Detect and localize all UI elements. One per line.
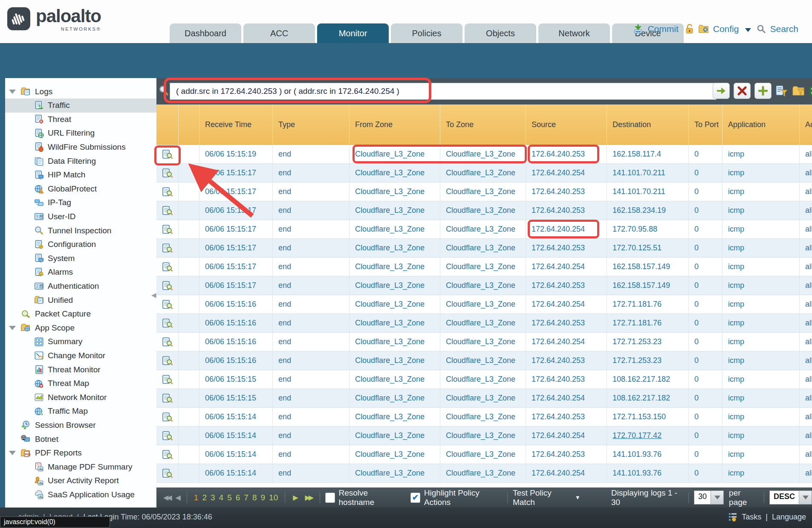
cell-to-zone[interactable]: Cloudflare_L3_Zone [440,445,526,464]
page-number-10[interactable]: 10 [269,493,278,502]
cell-receive-time[interactable]: 06/06 15:15:17 [199,239,273,258]
sidebar-item-threat-monitor[interactable]: Threat Monitor [5,363,156,377]
cell-type[interactable]: end [273,408,350,426]
cell-action[interactable]: allow [800,314,812,333]
unlock-icon[interactable] [685,24,694,34]
cell-to-port[interactable]: 0 [689,389,722,408]
cell-to-zone[interactable]: Cloudflare_L3_Zone [440,239,526,258]
cell-action[interactable]: allow [800,426,812,445]
cell-to-port[interactable]: 0 [689,408,722,426]
cell-destination[interactable]: 141.101.93.76 [607,464,689,483]
log-detail-button[interactable] [156,370,179,389]
cell-type[interactable]: end [273,314,350,333]
cell-source[interactable]: 172.64.240.253 [526,183,607,201]
last-page-button[interactable]: ▶▶ [305,493,312,502]
cell-source[interactable]: 172.64.240.254 [526,333,607,351]
tab-objects[interactable]: Objects [465,23,536,43]
sidebar-item-summary[interactable]: Summary [5,335,156,349]
config-caret-icon[interactable] [745,28,751,32]
first-page-button[interactable]: ◀◀ [163,493,170,502]
cell-type[interactable]: end [273,351,350,370]
tab-acc[interactable]: ACC [243,23,315,43]
highlight-policy-checkbox[interactable]: ✔ [410,493,420,503]
cell-source[interactable]: 172.64.240.254 [526,426,607,445]
cell-to-port[interactable]: 0 [689,464,722,483]
log-detail-button[interactable] [156,351,179,370]
cell-source[interactable]: 172.64.240.253 [526,145,607,164]
add-filter-button[interactable] [754,83,772,99]
cell-destination[interactable]: 172.71.181.76 [607,314,689,333]
cell-action[interactable]: allow [800,351,812,370]
cell-to-port[interactable]: 0 [689,351,722,370]
cell-receive-time[interactable]: 06/06 15:15:17 [199,276,273,295]
cell-type[interactable]: end [273,370,350,389]
cell-destination[interactable]: 141.101.70.211 [607,183,689,201]
cell-type[interactable]: end [273,258,350,276]
cell-from-zone[interactable]: Cloudflare_L3_Zone [350,426,440,445]
sidebar-item-threat[interactable]: Threat [5,112,156,126]
log-detail-button[interactable] [156,426,179,445]
cell-from-zone[interactable]: Cloudflare_L3_Zone [350,220,440,239]
log-detail-button[interactable] [156,145,179,164]
filter-query-input[interactable]: ( addr.src in 172.64.240.253 ) or ( addr… [170,83,717,100]
column-header-destination[interactable]: Destination [607,104,689,145]
cell-source[interactable]: 172.64.240.253 [526,445,607,464]
cell-receive-time[interactable]: 06/06 15:15:15 [199,389,273,408]
column-header-action[interactable]: Action [800,104,812,145]
filter-builder-button[interactable] [775,84,788,98]
cell-from-zone[interactable]: Cloudflare_L3_Zone [350,408,440,426]
tab-dashboard[interactable]: Dashboard [170,23,241,43]
sidebar-item-configuration[interactable]: Configuration [5,238,156,252]
cell-type[interactable]: end [273,295,350,314]
cell-destination[interactable]: 108.162.217.182 [607,370,689,389]
cell-to-zone[interactable]: Cloudflare_L3_Zone [440,351,526,370]
log-detail-button[interactable] [156,408,179,426]
column-header-receive-time[interactable]: Receive Time [199,104,273,145]
cell-to-port[interactable]: 0 [689,239,722,258]
cell-to-zone[interactable]: Cloudflare_L3_Zone [440,276,526,295]
cell-destination[interactable]: 141.101.93.76 [607,445,689,464]
sidebar-item-traffic[interactable]: Traffic [5,99,156,113]
cell-to-port[interactable]: 0 [689,145,722,164]
cell-receive-time[interactable]: 06/06 15:15:14 [199,445,273,464]
log-detail-button[interactable] [156,164,179,183]
sort-order-select[interactable]: DESC [769,490,812,505]
sidebar-item-alarms[interactable]: Alarms [5,265,156,279]
cell-from-zone[interactable]: Cloudflare_L3_Zone [350,351,440,370]
cell-to-port[interactable]: 0 [689,201,722,220]
tree-expander-icon[interactable] [9,451,16,455]
cell-action[interactable]: allow [800,408,812,426]
cell-application[interactable]: icmp [722,239,800,258]
cell-receive-time[interactable]: 06/06 15:15:16 [199,295,273,314]
test-policy-caret-icon[interactable]: ▼ [575,494,581,501]
page-number-9[interactable]: 9 [260,493,265,502]
cell-receive-time[interactable]: 06/06 15:15:17 [199,258,273,276]
cell-action[interactable]: allow [800,276,812,295]
cell-destination[interactable]: 172.70.177.42 [607,426,689,445]
cell-action[interactable]: allow [800,164,812,183]
cell-destination[interactable]: 162.158.157.149 [607,258,689,276]
cell-application[interactable]: icmp [722,258,800,276]
per-page-select[interactable]: 30 [694,490,724,505]
cell-type[interactable]: end [273,333,350,351]
sidebar-item-hip-match[interactable]: HIP Match [5,168,156,182]
apply-filter-button[interactable] [713,83,730,99]
cell-action[interactable]: allow [800,464,812,483]
log-detail-button[interactable] [156,220,179,239]
tree-expander-icon[interactable] [9,326,16,330]
config-menu[interactable]: Config [713,24,739,34]
cell-action[interactable]: allow [800,370,812,389]
cell-to-zone[interactable]: Cloudflare_L3_Zone [440,408,526,426]
cell-destination[interactable]: 162.158.157.149 [607,276,689,295]
cell-application[interactable]: icmp [722,295,800,314]
cell-action[interactable]: allow [800,183,812,201]
cell-action[interactable]: allow [800,239,812,258]
cell-source[interactable]: 172.64.240.253 [526,276,607,295]
cell-type[interactable]: end [273,426,350,445]
page-number-6[interactable]: 6 [236,493,240,502]
cell-receive-time[interactable]: 06/06 15:15:16 [199,314,273,333]
sidebar-item-user-activity-report[interactable]: User Activity Report [5,474,156,488]
log-detail-button[interactable] [156,276,179,295]
cell-to-port[interactable]: 0 [689,445,722,464]
cell-to-port[interactable]: 0 [689,426,722,445]
